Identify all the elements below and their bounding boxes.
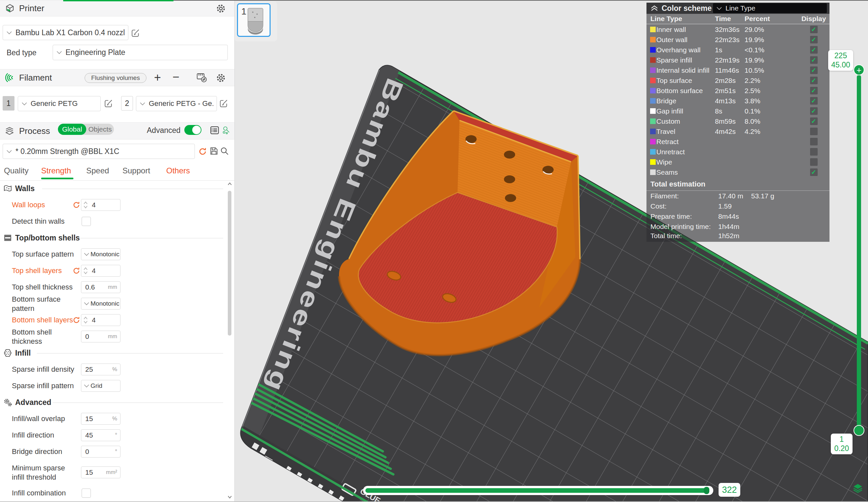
printer-select[interactable]: Bambu Lab X1 Carbon 0.4 nozzle (3, 25, 128, 40)
sparse-infill-pattern-select[interactable]: Grid (81, 380, 121, 392)
filament-1-select[interactable]: Generic PETG (18, 96, 101, 111)
display-checkbox[interactable]: ✓ (810, 66, 818, 74)
filament-2-select[interactable]: Generic PETG - Ge... (136, 96, 217, 111)
reset-icon[interactable] (72, 316, 80, 324)
filament-1-edit-icon[interactable] (104, 99, 113, 108)
line-type-name: Overhang wall (657, 46, 715, 54)
layer-slider-track[interactable] (857, 75, 861, 430)
active-tab-underline (41, 178, 73, 179)
wall-loops-stepper[interactable]: 4 (81, 199, 121, 211)
display-checkbox[interactable]: ✓ (810, 107, 818, 115)
bottom-shell-layers-stepper[interactable]: 4 (81, 314, 121, 326)
top-shell-thickness-label: Top shell thickness (12, 283, 76, 292)
flushing-volumes-button[interactable]: Flushing volumes (85, 73, 146, 83)
search-settings-icon[interactable] (222, 126, 231, 135)
line-type-time: 32m36s (715, 26, 745, 33)
setting-row-sparse-infill-pattern: Sparse infill pattern Grid (0, 378, 228, 394)
infill-wall-overlap-input[interactable]: 15 % (81, 413, 121, 425)
color-swatch (650, 57, 656, 63)
unit-label: mm (108, 284, 117, 291)
setting-row-sparse-infill-density: Sparse infill density 25 % (0, 361, 228, 378)
infill-combination-label: Infill combination (12, 489, 76, 498)
reset-icon[interactable] (72, 201, 80, 209)
stepper-arrows-icon[interactable] (84, 316, 87, 324)
stepper-arrows-icon[interactable] (84, 201, 87, 209)
display-checkbox[interactable]: ✓ (810, 117, 818, 125)
move-slider[interactable] (363, 486, 713, 495)
collapse-panel-icon[interactable] (650, 5, 658, 11)
cost-value: 1.59 (718, 202, 751, 210)
advanced-toggle[interactable] (184, 125, 202, 135)
display-checkbox[interactable]: ✓ (810, 26, 818, 33)
search-icon[interactable] (220, 146, 229, 156)
top-shell-layers-stepper[interactable]: 4 (81, 265, 121, 277)
layer-slider-bottom-handle[interactable] (854, 425, 864, 436)
display-checkbox[interactable] (810, 158, 818, 166)
detect-thin-walls-checkbox[interactable] (82, 217, 91, 226)
plate-thumbnail-list: 1 (234, 1, 277, 41)
color-scheme-select[interactable]: Line Type (713, 3, 827, 13)
reset-preset-icon[interactable] (198, 147, 207, 156)
remove-filament-button[interactable]: − (173, 71, 179, 83)
display-checkbox[interactable] (810, 138, 818, 145)
scroll-up-icon[interactable] (227, 182, 232, 186)
bottom-shell-thickness-input[interactable]: 0 mm (81, 331, 121, 343)
tab-speed[interactable]: Speed (86, 166, 109, 175)
infill-combination-checkbox[interactable] (82, 489, 91, 498)
layer-slider-add-handle[interactable]: + (854, 64, 864, 75)
stepper-arrows-icon[interactable] (84, 267, 87, 275)
filament-2-index[interactable]: 2 (121, 96, 133, 111)
display-checkbox[interactable]: ✓ (810, 168, 818, 176)
chevron-down-icon (56, 51, 62, 54)
settings-scrollbar[interactable] (227, 181, 232, 499)
view-list-icon[interactable] (210, 125, 219, 135)
display-checkbox[interactable] (810, 148, 818, 156)
unit-label: % (112, 366, 117, 373)
top-surface-pattern-select[interactable]: Monotonic li... (81, 248, 121, 260)
filament-settings-gear-icon[interactable] (216, 73, 226, 83)
printer-settings-gear-icon[interactable] (216, 4, 226, 13)
filament-sync-icon[interactable] (196, 72, 207, 84)
scrollbar-thumb[interactable] (228, 191, 231, 336)
display-checkbox[interactable]: ✓ (810, 87, 818, 94)
printer-edit-icon[interactable] (131, 28, 140, 38)
save-preset-icon[interactable] (209, 146, 219, 156)
line-type-time: 2m51s (715, 87, 745, 95)
bed-type-select[interactable]: Engineering Plate (53, 45, 228, 60)
filament-2-edit-icon[interactable] (219, 99, 228, 108)
detect-thin-walls-label: Detect thin walls (12, 217, 76, 226)
display-checkbox[interactable]: ✓ (810, 36, 818, 43)
total-time-value: 1h52m (718, 232, 751, 240)
tab-support[interactable]: Support (122, 166, 150, 175)
scroll-down-icon[interactable] (227, 495, 232, 499)
sparse-infill-density-input[interactable]: 25 % (81, 364, 121, 375)
bridge-direction-value: 0 (85, 448, 89, 456)
bottom-surface-pattern-select[interactable]: Monotonic (81, 298, 121, 310)
scope-objects-button[interactable]: Objects (86, 124, 114, 135)
top-shell-thickness-input[interactable]: 0.6 mm (81, 281, 121, 293)
setting-row-top-shell-layers: Top shell layers 4 (0, 262, 228, 279)
display-checkbox[interactable] (810, 128, 818, 135)
add-filament-button[interactable]: + (154, 72, 161, 84)
reset-icon[interactable] (72, 267, 80, 275)
tab-quality[interactable]: Quality (4, 166, 29, 175)
settings-list: Walls Wall loops 4 Detect thin walls (0, 180, 228, 501)
bridge-direction-input[interactable]: 0 ° (81, 446, 121, 458)
process-preset-select[interactable]: * 0.20mm Strength @BBL X1C (3, 144, 195, 159)
move-slider-handle[interactable] (704, 487, 709, 494)
filament-1-index[interactable]: 1 (3, 96, 14, 111)
minimum-sparse-infill-threshold-input[interactable]: 15 mm² (81, 467, 121, 478)
display-checkbox[interactable]: ✓ (810, 56, 818, 64)
display-checkbox[interactable]: ✓ (810, 77, 818, 84)
display-checkbox[interactable]: ✓ (810, 46, 818, 54)
plate-thumbnail[interactable]: 1 (237, 3, 271, 37)
section-title: Infill (15, 349, 31, 358)
section-title: Advanced (15, 398, 51, 407)
tab-strength[interactable]: Strength (41, 166, 71, 175)
layers-icon[interactable] (852, 483, 863, 493)
col-line-type: Line Type (650, 15, 715, 23)
scope-global-button[interactable]: Global (58, 124, 86, 135)
infill-direction-input[interactable]: 45 ° (81, 429, 121, 441)
tab-others[interactable]: Others (166, 166, 190, 175)
display-checkbox[interactable]: ✓ (810, 97, 818, 105)
